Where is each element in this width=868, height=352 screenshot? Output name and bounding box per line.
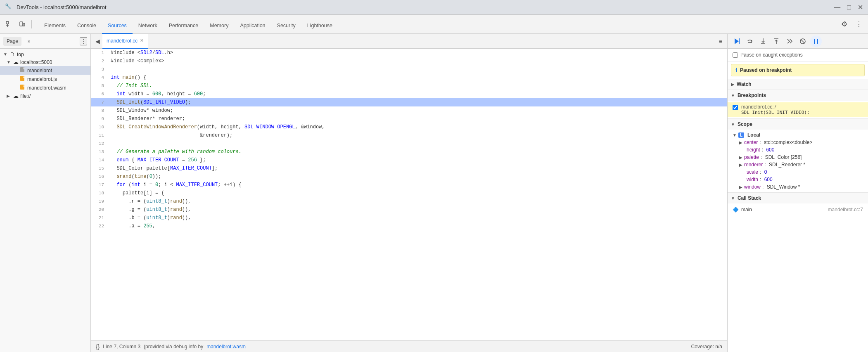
sidebar-tree-item-mandelbrot-js[interactable]: mandelbrot.js [0,75,90,83]
pause-caught-label[interactable]: Pause on caught exceptions [733,52,803,58]
line-code: &renderer); [107,131,232,139]
scope-palette-arrow[interactable]: ▶ [739,155,742,160]
sidebar-nav-forward[interactable]: » [23,35,35,47]
toolbar-right: ⚙ ⋮ [838,19,865,30]
tab-application[interactable]: Application [234,18,271,34]
scope-center-arrow[interactable]: ▶ [739,140,742,145]
pause-on-exceptions-button[interactable] [810,35,822,47]
tab-security[interactable]: Security [271,18,301,34]
breakpoints-section-header[interactable]: ▼ Breakpoints [728,90,868,101]
format-button[interactable]: ≡ [716,36,726,46]
sidebar-tree-item-localhost-5000[interactable]: ▼☁localhost:5000 [0,58,90,66]
sidebar-tree-item-mandelbrot-wasm[interactable]: mandelbrot.wasm [0,83,90,92]
maximize-button[interactable]: □ [847,4,851,11]
code-tab-mandelbrot-cc[interactable]: mandelbrot.cc ✕ [102,34,148,49]
svg-rect-5 [20,67,24,72]
tree-icon: ☁ [13,93,19,99]
settings-button[interactable]: ⚙ [838,19,850,30]
watch-section-header[interactable]: ▶ Watch [728,79,868,90]
code-line-14[interactable]: 14 enum { MAX_ITER_COUNT = 256 }; [91,156,727,164]
close-button[interactable]: ✕ [858,4,863,11]
line-number: 19 [91,197,107,206]
scope-item-center[interactable]: ▶ center : std::complex<double> [728,139,868,146]
code-line-16[interactable]: 16 srand(time(0)); [91,172,727,181]
code-line-21[interactable]: 21 .b = (uint8_t)rand(), [91,214,727,222]
code-line-10[interactable]: 10 SDL_CreateWindowAndRenderer(width, he… [91,123,727,131]
line-code: // Generate a palette with random colour… [107,148,242,156]
tab-elements[interactable]: Elements [38,18,71,34]
code-line-9[interactable]: 9 SDL_Renderer* renderer; [91,115,727,123]
scope-local-header[interactable]: ▼ L Local [728,131,868,139]
line-code: for (int i = 0; i < MAX_ITER_COUNT; ++i)… [107,181,242,189]
code-tabs: ◀ mandelbrot.cc ✕ ≡ [91,34,727,49]
code-line-13[interactable]: 13 // Generate a palette with random col… [91,148,727,156]
breakpoint-item[interactable]: mandelbrot.cc:7 SDL_Init(SDL_INIT_VIDEO)… [728,102,868,117]
code-line-1[interactable]: 1#include <SDL2/SDL.h> [91,49,727,57]
step-into-button[interactable] [757,35,769,47]
code-line-12[interactable]: 12 [91,139,727,148]
resume-button[interactable] [731,35,742,47]
tab-sources[interactable]: Sources [102,18,133,34]
code-line-17[interactable]: 17 for (int i = 0; i < MAX_ITER_COUNT; +… [91,181,727,189]
pause-caught-checkbox[interactable] [733,52,738,58]
scope-val-palette: SDL_Color [256] [765,154,802,160]
tree-arrow: ▼ [7,60,12,64]
sidebar-tree-item-top[interactable]: ▼🗋top [0,50,90,58]
inspect-element-button[interactable] [3,19,15,30]
tab-lighthouse[interactable]: Lighthouse [301,18,338,34]
scope-key-renderer: renderer [744,162,763,168]
tab-nav-back[interactable]: ◀ [92,36,102,46]
code-line-11[interactable]: 11 &renderer); [91,131,727,139]
sidebar-tab-page[interactable]: Page [3,37,21,46]
sidebar: Page » ⋮ ▼🗋top▼☁localhost:5000mandelbrot… [0,34,91,352]
step-button[interactable] [784,35,795,47]
code-line-2[interactable]: 2#include <complex> [91,57,727,65]
code-line-8[interactable]: 8 SDL_Window* window; [91,106,727,115]
coverage-text: Coverage: n/a [691,344,722,350]
format-icon[interactable]: {} [96,343,100,350]
sidebar-menu-button[interactable]: ⋮ [80,37,87,45]
scope-window-arrow[interactable]: ▶ [739,185,742,189]
tree-icon [20,76,26,83]
code-content[interactable]: 1#include <SDL2/SDL.h>2#include <complex… [91,49,727,340]
call-stack-header[interactable]: ▼ Call Stack [728,193,868,203]
sidebar-tree-item-mandelbrot[interactable]: mandelbrot [0,66,90,75]
code-tab-close[interactable]: ✕ [140,38,144,43]
call-stack-item-main[interactable]: 🔷 main mandelbrot.cc:7 [728,205,868,214]
code-line-19[interactable]: 19 .r = (uint8_t)rand(), [91,197,727,206]
scope-item-window[interactable]: ▶ window : SDL_Window * [728,183,868,191]
line-code: palette[i] = { [107,189,164,197]
tab-memory[interactable]: Memory [204,18,234,34]
deactivate-breakpoints-button[interactable] [797,35,809,47]
scope-section-header[interactable]: ▼ Scope [728,119,868,130]
sidebar-tree-item-file---[interactable]: ▶☁file:// [0,92,90,100]
line-number: 5 [91,82,107,90]
scope-item-palette[interactable]: ▶ palette : SDL_Color [256] [728,154,868,161]
step-out-button[interactable] [771,35,782,47]
code-line-15[interactable]: 15 SDL_Color palette[MAX_ITER_COUNT]; [91,164,727,172]
more-options-button[interactable]: ⋮ [853,19,865,30]
tab-performance[interactable]: Performance [163,18,204,34]
minimize-button[interactable]: — [834,4,840,11]
code-line-6[interactable]: 6 int width = 600, height = 600; [91,90,727,98]
code-line-20[interactable]: 20 .g = (uint8_t)rand(), [91,206,727,214]
device-toolbar-button[interactable] [17,19,28,30]
code-line-7[interactable]: 7 SDL_Init(SDL_INIT_VIDEO); [91,98,727,106]
line-number: 15 [91,164,107,172]
scope-renderer-arrow[interactable]: ▶ [739,163,742,167]
tab-network[interactable]: Network [133,18,163,34]
step-over-button[interactable] [744,35,756,47]
scope-key-window: window [744,184,761,190]
scope-item-renderer[interactable]: ▶ renderer : SDL_Renderer * [728,161,868,168]
code-line-18[interactable]: 18 palette[i] = { [91,189,727,197]
tree-label: top [17,52,24,57]
line-number: 4 [91,73,107,82]
debug-file-link[interactable]: mandelbrot.wasm [206,344,246,350]
code-line-22[interactable]: 22 .a = 255, [91,222,727,230]
bp-checkbox[interactable] [733,105,738,110]
tab-console[interactable]: Console [71,18,102,34]
code-line-5[interactable]: 5 // Init SDL. [91,82,727,90]
code-line-3[interactable]: 3 [91,65,727,73]
code-line-4[interactable]: 4int main() { [91,73,727,82]
call-stack-label: Call Stack [738,195,761,201]
